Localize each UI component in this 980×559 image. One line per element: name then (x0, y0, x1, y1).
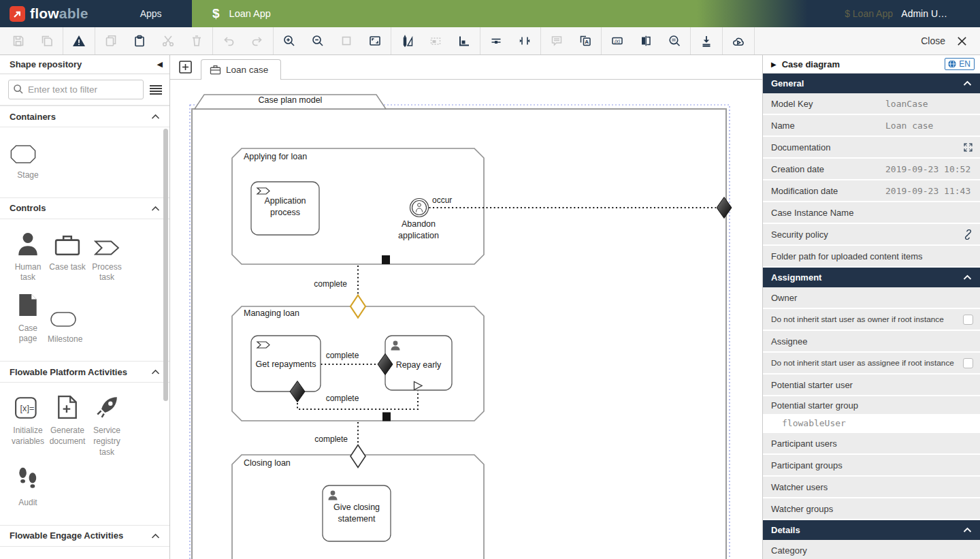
copy-button[interactable] (97, 27, 125, 54)
shape-audit[interactable]: Audit (8, 466, 48, 509)
flip-button[interactable] (632, 27, 660, 54)
shape-case-task[interactable]: Case task (48, 230, 87, 283)
event-label[interactable]: Abandon application (380, 219, 457, 242)
delete-button[interactable] (182, 27, 211, 54)
task-label[interactable]: Get repayments (252, 359, 319, 370)
shape-milestone[interactable]: Milestone (48, 302, 95, 345)
undo-button[interactable] (214, 27, 243, 54)
connector-label[interactable]: complete (322, 350, 363, 361)
shape-generate-document[interactable]: Generate document (48, 394, 87, 458)
nav-current-app[interactable]: $ Loan App (192, 0, 808, 27)
task-label[interactable]: Repay early (387, 360, 451, 371)
distribute-horizontal-button[interactable] (482, 27, 510, 54)
comments-button[interactable] (542, 27, 571, 54)
property-no-inherit-owner[interactable]: Do not inherit start user as owner if ro… (763, 309, 980, 330)
diagram-canvas[interactable]: Case plan model Applying for loan Applic… (170, 80, 762, 559)
distribute-vertical-button[interactable] (510, 27, 539, 54)
find-button[interactable] (660, 27, 689, 54)
remove-bendpoint-button[interactable] (421, 27, 450, 54)
checkbox[interactable] (963, 358, 973, 368)
on-part-label[interactable]: occur (432, 195, 452, 206)
align-button[interactable] (450, 27, 478, 54)
link-icon[interactable] (963, 229, 973, 240)
expand-icon[interactable] (963, 142, 973, 153)
property-category[interactable]: Category (763, 540, 980, 559)
property-owner[interactable]: Owner (763, 287, 980, 308)
shape-process-task[interactable]: Process task (87, 230, 127, 283)
section-assignment[interactable]: Assignment (763, 268, 980, 287)
property-creation-date[interactable]: Creation date 2019-09-23 10:52 (763, 159, 980, 179)
property-security-policy[interactable]: Security policy (763, 224, 980, 244)
stage-label[interactable]: Applying for loan (244, 151, 307, 163)
save-button[interactable] (4, 27, 33, 54)
section-containers[interactable]: Containers (0, 106, 169, 127)
find-icon (668, 34, 681, 48)
tab-loan-case[interactable]: Loan case (201, 59, 281, 80)
task-label[interactable]: Application process (252, 195, 318, 219)
property-watcher-groups[interactable]: Watcher groups (763, 498, 980, 519)
user-menu[interactable]: Admin U… (901, 0, 947, 27)
zoom-fit-button[interactable] (361, 27, 389, 54)
connector-label[interactable]: complete (322, 393, 363, 404)
chevron-up-icon (151, 366, 160, 378)
svg-text:[x]=: [x]= (20, 404, 35, 414)
property-case-instance-name[interactable]: Case Instance Name (763, 202, 980, 223)
section-general[interactable]: General (763, 74, 980, 93)
property-assignee[interactable]: Assignee (763, 331, 980, 351)
zoom-actual-button[interactable] (332, 27, 361, 54)
shape-stage[interactable]: Stage (8, 138, 48, 181)
property-potential-starter-user[interactable]: Potential starter user (763, 374, 980, 395)
section-platform-activities[interactable]: Flowable Platform Activities (0, 361, 169, 383)
section-details[interactable]: Details (763, 520, 980, 540)
potential-starter-group-value[interactable]: flowableUser (763, 414, 980, 432)
shape-service-registry-task[interactable]: Service registry task (87, 394, 127, 458)
nav-apps[interactable]: Apps (140, 8, 162, 19)
property-participant-groups[interactable]: Participant groups (763, 455, 980, 475)
zoom-in-button[interactable] (275, 27, 304, 54)
expression-button[interactable]: (x) (603, 27, 632, 54)
task-label[interactable]: Give closing statement (324, 502, 389, 525)
add-tab-button[interactable] (178, 60, 193, 74)
redo-button[interactable] (243, 27, 272, 54)
property-documentation[interactable]: Documentation (763, 137, 980, 157)
shape-human-task[interactable]: Human task (8, 230, 48, 283)
list-view-toggle[interactable] (149, 84, 163, 95)
case-plan-model-label[interactable]: Case plan model (204, 95, 376, 106)
deploy-button[interactable] (724, 27, 753, 54)
align-icon (457, 34, 471, 48)
paste-button[interactable] (125, 27, 154, 54)
property-no-inherit-assignee[interactable]: Do not inherit start user as assignee if… (763, 353, 980, 373)
flowable-logo[interactable]: flowable (0, 5, 88, 22)
translate-button[interactable]: A (571, 27, 600, 54)
collapse-sidebar-icon[interactable]: ◀ (157, 60, 163, 69)
add-bendpoint-button[interactable] (393, 27, 421, 54)
cut-button[interactable] (154, 27, 182, 54)
save-as-button[interactable] (33, 27, 61, 54)
chevron-up-icon (963, 274, 972, 281)
property-participant-users[interactable]: Participant users (763, 433, 980, 453)
connector-label[interactable]: complete (306, 278, 347, 289)
close-button[interactable]: Close (921, 35, 980, 47)
stage-label[interactable]: Managing loan (244, 308, 299, 319)
property-name[interactable]: Name Loan case (763, 115, 980, 135)
shape-case-page[interactable]: Case page (8, 291, 48, 345)
property-watcher-users[interactable]: Watcher users (763, 477, 980, 497)
shape-filter-input[interactable] (8, 80, 144, 99)
zoom-out-button[interactable] (304, 27, 332, 54)
language-button[interactable]: EN (945, 58, 975, 70)
connector-label[interactable]: complete (304, 434, 348, 445)
property-modification-date[interactable]: Modification date 2019-09-23 11:43 (763, 180, 980, 201)
download-button[interactable] (692, 27, 721, 54)
stage-label[interactable]: Closing loan (244, 458, 291, 469)
collapse-panel-icon[interactable]: ▶ (771, 61, 777, 68)
sidebar-scrollbar[interactable] (163, 129, 168, 401)
checkbox[interactable] (963, 315, 973, 325)
human-task-icon (393, 341, 398, 346)
property-model-key[interactable]: Model Key loanCase (763, 93, 980, 114)
section-engage-activities[interactable]: Flowable Engage Activities (0, 525, 169, 547)
property-folder-path[interactable]: Folder path for uploaded content items (763, 246, 980, 266)
shape-initialize-variables[interactable]: [x]= Initialize variables (8, 394, 48, 458)
property-potential-starter-group[interactable]: Potential starter group (763, 396, 980, 414)
section-controls[interactable]: Controls (0, 197, 169, 219)
validate-button[interactable] (65, 27, 93, 54)
